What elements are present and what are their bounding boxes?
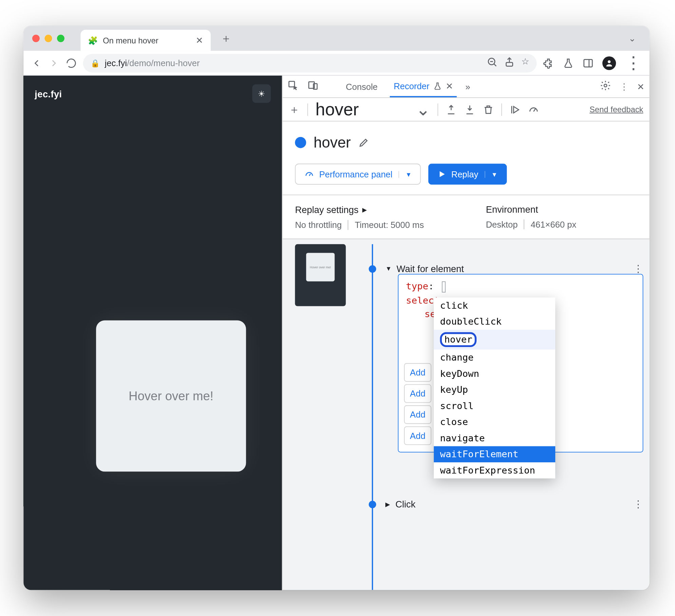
inspect-element-icon[interactable] bbox=[288, 80, 299, 93]
steps-timeline: Hover over me! ▼ Wait for element ⋮ type… bbox=[283, 238, 650, 590]
settings-gear-icon[interactable] bbox=[600, 80, 611, 93]
option-click[interactable]: click bbox=[434, 297, 555, 314]
chevron-down-icon[interactable]: ▼ bbox=[484, 171, 497, 177]
browser-tab[interactable]: 🧩 On menu hover ✕ bbox=[81, 30, 211, 51]
new-recording-button[interactable]: ＋ bbox=[289, 102, 300, 117]
tab-console[interactable]: Console bbox=[342, 76, 382, 97]
svg-point-10 bbox=[604, 84, 607, 87]
export-icon[interactable] bbox=[446, 99, 457, 119]
url-text: jec.fyi/demo/menu-hover bbox=[105, 58, 200, 68]
titlebar: 🧩 On menu hover ✕ ＋ ⌄ bbox=[23, 26, 649, 51]
step-menu-button[interactable]: ⋮ bbox=[633, 498, 643, 510]
type-input[interactable] bbox=[442, 281, 446, 292]
import-icon[interactable] bbox=[464, 99, 475, 119]
address-bar[interactable]: 🔒 jec.fyi/demo/menu-hover ☆ bbox=[83, 54, 537, 72]
delete-icon[interactable] bbox=[483, 99, 494, 119]
hover-card[interactable]: Hover over me! bbox=[96, 321, 246, 472]
chevron-down-icon[interactable]: ▼ bbox=[399, 171, 411, 177]
bookmark-star-icon[interactable]: ☆ bbox=[521, 56, 529, 69]
add-button[interactable]: Add bbox=[404, 363, 431, 382]
forward-button[interactable] bbox=[49, 57, 60, 69]
rendered-page: jec.fyi ☀ Hover over me! bbox=[23, 76, 282, 590]
option-waitforexpression[interactable]: waitForExpression bbox=[434, 462, 555, 479]
browser-window: 🧩 On menu hover ✕ ＋ ⌄ 🔒 jec.fyi/demo/men… bbox=[23, 26, 649, 590]
add-button[interactable]: Add bbox=[404, 405, 431, 424]
replay-button[interactable]: Replay ▼ bbox=[428, 163, 507, 185]
recording-title: hover bbox=[313, 134, 351, 151]
option-keydown[interactable]: keyDown bbox=[434, 366, 555, 382]
timeline-node bbox=[369, 501, 376, 508]
flask-icon bbox=[433, 81, 442, 90]
tab-close-button[interactable]: ✕ bbox=[196, 35, 203, 45]
svg-line-14 bbox=[309, 174, 311, 176]
add-button[interactable]: Add bbox=[404, 384, 431, 403]
option-waitforelement[interactable]: waitForElement bbox=[434, 446, 555, 462]
svg-marker-15 bbox=[440, 171, 445, 177]
svg-marker-12 bbox=[514, 106, 519, 113]
step-click[interactable]: ▶ Click ⋮ bbox=[385, 498, 643, 510]
extensions-icon[interactable] bbox=[543, 53, 554, 73]
recording-actions: Performance panel ▼ Replay ▼ bbox=[283, 163, 650, 194]
new-tab-button[interactable]: ＋ bbox=[220, 31, 232, 46]
step-thumbnail: Hover over me! bbox=[295, 244, 346, 306]
recording-name[interactable]: hover bbox=[315, 99, 408, 119]
traffic-lights bbox=[32, 35, 64, 42]
step-type-dropdown[interactable]: click doubleClick hover change keyDown k… bbox=[434, 297, 555, 478]
performance-panel-button[interactable]: Performance panel ▼ bbox=[295, 163, 421, 185]
devtools-tabstrip: Console Recorder ✕ » ⋮ ✕ bbox=[283, 76, 650, 98]
collapse-icon: ▼ bbox=[385, 265, 391, 272]
step-wait-for-element[interactable]: ▼ Wait for element ⋮ bbox=[385, 263, 643, 275]
reload-button[interactable] bbox=[66, 57, 77, 69]
tab-overflow-button[interactable]: ⌄ bbox=[629, 34, 641, 43]
minimize-window-button[interactable] bbox=[45, 35, 52, 42]
option-navigate[interactable]: navigate bbox=[434, 430, 555, 446]
recording-dropdown-icon[interactable]: ⌄ bbox=[416, 99, 430, 119]
thumbnail-card: Hover over me! bbox=[306, 253, 335, 281]
browser-menu-icon[interactable]: ⋮ bbox=[625, 53, 642, 73]
add-buttons: Add Add Add Add bbox=[404, 363, 431, 445]
recording-header: hover bbox=[283, 121, 650, 163]
labs-icon[interactable] bbox=[563, 53, 574, 73]
side-panel-icon[interactable] bbox=[582, 53, 594, 73]
tab-close-icon[interactable]: ✕ bbox=[446, 81, 453, 91]
device-toolbar-icon[interactable] bbox=[307, 80, 319, 93]
step-menu-button[interactable]: ⋮ bbox=[633, 263, 643, 275]
svg-line-2 bbox=[494, 64, 496, 66]
throttling-value: No throttling bbox=[295, 220, 342, 230]
record-indicator-icon bbox=[295, 137, 306, 148]
browser-toolbar: 🔒 jec.fyi/demo/menu-hover ☆ bbox=[23, 51, 649, 76]
zoom-out-icon[interactable] bbox=[486, 56, 498, 69]
option-keyup[interactable]: keyUp bbox=[434, 382, 555, 398]
profile-avatar[interactable] bbox=[602, 56, 616, 70]
tab-title: On menu hover bbox=[103, 36, 158, 45]
maximize-window-button[interactable] bbox=[57, 35, 64, 42]
add-button[interactable]: Add bbox=[404, 426, 431, 445]
hover-card-text: Hover over me! bbox=[129, 389, 213, 403]
share-icon[interactable] bbox=[504, 56, 515, 69]
tab-recorder[interactable]: Recorder ✕ bbox=[390, 76, 457, 97]
content-area: jec.fyi ☀ Hover over me! Console Recorde… bbox=[23, 76, 649, 590]
edit-title-button[interactable] bbox=[358, 133, 369, 152]
option-change[interactable]: change bbox=[434, 349, 555, 366]
option-scroll[interactable]: scroll bbox=[434, 398, 555, 414]
theme-toggle-button[interactable]: ☀ bbox=[252, 84, 271, 103]
expand-icon: ▶ bbox=[385, 501, 390, 507]
devtools-menu-icon[interactable]: ⋮ bbox=[620, 81, 629, 91]
close-window-button[interactable] bbox=[32, 35, 40, 42]
send-feedback-link[interactable]: Send feedback bbox=[590, 105, 643, 114]
back-button[interactable] bbox=[31, 57, 42, 69]
chevron-right-icon: ▸ bbox=[362, 204, 367, 215]
environment-heading: Environment bbox=[486, 204, 576, 214]
devtools-close-icon[interactable]: ✕ bbox=[637, 81, 644, 91]
option-doubleclick[interactable]: doubleClick bbox=[434, 313, 555, 330]
page-title: jec.fyi bbox=[35, 88, 62, 99]
option-hover[interactable]: hover bbox=[434, 330, 555, 349]
speed-icon[interactable] bbox=[528, 99, 539, 119]
recorder-toolbar: ＋ hover ⌄ bbox=[283, 98, 650, 121]
more-tabs-icon[interactable]: » bbox=[465, 81, 470, 91]
svg-rect-3 bbox=[506, 62, 513, 66]
replay-settings-heading[interactable]: Replay settings ▸ bbox=[295, 204, 424, 215]
step-play-icon[interactable] bbox=[509, 99, 521, 119]
option-close[interactable]: close bbox=[434, 414, 555, 430]
devtools-panel: Console Recorder ✕ » ⋮ ✕ ＋ hov bbox=[282, 76, 649, 590]
